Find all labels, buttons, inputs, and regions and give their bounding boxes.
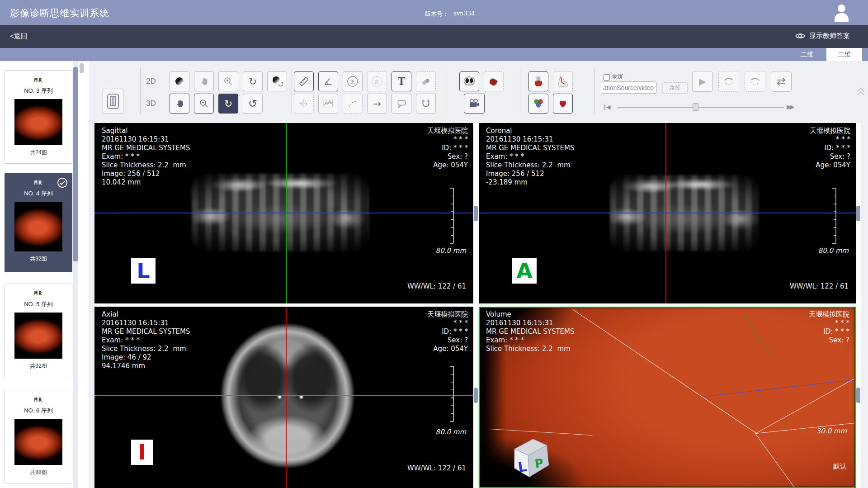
window-level-reset-button[interactable] — [267, 71, 287, 91]
series-card-4[interactable]: MR NO. 4 序列 共92图 — [5, 173, 72, 272]
loop-forward-button[interactable] — [718, 71, 739, 92]
orientation-marker: L — [131, 258, 156, 284]
slider-step-start-icon[interactable]: ‖◀ — [603, 104, 611, 110]
scrollbar-handle[interactable] — [856, 206, 860, 221]
swap-direction-button[interactable]: ⇄ — [771, 71, 792, 92]
orientation-cube[interactable]: L P — [507, 435, 554, 480]
playback-slider-handle[interactable] — [693, 103, 698, 111]
organs-3d-icon — [533, 98, 544, 109]
app-window: 影像诊断思维实训系统 版本号： svn334 <返回 显示教师答案 二维 三维 … — [0, 0, 868, 488]
scale-label: 80.0 mm — [818, 246, 849, 255]
arrow-tool-button[interactable]: → — [367, 94, 387, 114]
pan-2d-button[interactable] — [194, 71, 214, 91]
organs-preset-button[interactable] — [528, 94, 548, 114]
zoom-2d-button[interactable] — [218, 71, 238, 91]
record-screen-label: 录屏 — [612, 72, 623, 81]
main-scrollbar-thumb[interactable] — [80, 63, 84, 73]
wwwl-label: WW/WL: 122 / 61 — [407, 464, 466, 473]
primary-circle-icon: 主 — [346, 75, 359, 88]
scale-ruler — [450, 187, 456, 244]
cobb-angle-tool-button[interactable] — [416, 94, 436, 114]
eraser-tool-button[interactable] — [416, 71, 436, 91]
text-tool-button[interactable]: T — [392, 71, 411, 91]
series-name: NO. 6 序列 — [5, 407, 72, 415]
u-protractor-icon — [420, 98, 431, 109]
sidebar-scrollbar-thumb[interactable] — [73, 67, 78, 261]
tab-2d[interactable]: 二维 — [788, 48, 826, 61]
crosshair-horizontal[interactable] — [94, 395, 473, 396]
play-icon: ▶ — [699, 76, 706, 87]
viewport-coronal[interactable]: Coronal20161130 16:15:31MR GE MEDICAL SY… — [479, 123, 856, 303]
scrollbar-handle[interactable] — [856, 388, 860, 403]
label-icon — [396, 98, 407, 109]
rotate-reset-3d-button[interactable]: ↺ — [243, 94, 263, 114]
series-card-3[interactable]: MR NO. 3 序列 共24图 — [5, 70, 72, 164]
series-name: NO. 4 序列 — [5, 190, 72, 198]
collapse-toolbar-button[interactable] — [856, 86, 866, 97]
show-teacher-answer-button[interactable]: 显示教师答案 — [795, 32, 850, 40]
series-modality: MR — [5, 290, 72, 297]
heart-3d-icon — [557, 98, 568, 109]
pelvis-preset-button[interactable] — [484, 71, 504, 91]
secondary-tool-button[interactable]: 次 — [367, 71, 387, 91]
series-count: 共92图 — [5, 362, 72, 370]
play-button[interactable]: ▶ — [692, 71, 713, 92]
viewport-axial[interactable]: Axial20161130 16:15:31MR GE MEDICAL SYST… — [94, 307, 473, 488]
heart-preset-button[interactable] — [553, 94, 573, 114]
version-label: 版本号： — [425, 10, 448, 18]
viewport-volume[interactable]: Volume20161130 16:15:31MR GE MEDICAL SYS… — [479, 307, 856, 488]
arc-tool-button[interactable] — [343, 94, 363, 114]
scrollbar-handle[interactable] — [474, 206, 478, 221]
knee-preset-button[interactable] — [528, 71, 548, 91]
wwwl-label: WW/WL: 122 / 61 — [407, 282, 466, 291]
crosshair-tool-button[interactable] — [294, 94, 314, 114]
layout-tool-button[interactable] — [103, 89, 123, 114]
path-button[interactable]: 路径 — [662, 82, 688, 94]
main-scrollbar-track[interactable] — [80, 61, 84, 488]
zoom-in-icon — [223, 76, 233, 86]
series-thumbnail — [14, 99, 62, 145]
playback-slider-track[interactable] — [618, 107, 784, 108]
rotate-icon: ↻ — [224, 98, 232, 109]
back-button[interactable]: <返回 — [10, 32, 28, 41]
slider-fast-forward-icon[interactable]: ▶▶ — [787, 103, 793, 110]
volume-preset-label[interactable]: 默认 — [833, 462, 847, 471]
rotate-3d-button[interactable]: ↻ — [218, 94, 238, 114]
eraser-icon — [420, 76, 431, 87]
scrollbar-handle[interactable] — [474, 388, 478, 403]
knee-3d-icon — [533, 76, 544, 87]
loop-reverse-button[interactable] — [745, 71, 765, 92]
rotate-reset-icon: ↺ — [248, 97, 257, 110]
text-tool-glyph: T — [398, 75, 406, 88]
label-tool-button[interactable] — [392, 94, 411, 114]
spine-preset-button[interactable] — [553, 71, 573, 91]
record-screen-checkbox[interactable] — [604, 74, 610, 81]
series-card-6[interactable]: MR NO. 6 序列 共88图 — [5, 390, 72, 483]
viewport-sagittal[interactable]: Sagittal20161130 16:15:31MR GE MEDICAL S… — [94, 123, 473, 303]
ruler-tool-button[interactable] — [294, 71, 314, 91]
crosshair-vertical[interactable] — [286, 307, 287, 488]
app-title: 影像诊断思维实训系统 — [10, 7, 109, 19]
crosshair-horizontal[interactable] — [94, 213, 473, 213]
dicom-overlay-left: Coronal20161130 16:15:31MR GE MEDICAL SY… — [486, 127, 575, 187]
toolbar-separator — [520, 68, 520, 114]
primary-tool-button[interactable]: 主 — [343, 71, 363, 91]
record-camera-button[interactable] — [464, 94, 485, 114]
show-teacher-answer-label: 显示教师答案 — [809, 32, 850, 40]
crosshair-horizontal[interactable] — [479, 213, 856, 213]
scale-label: 80.0 mm — [436, 428, 466, 436]
angle-tool-button[interactable] — [318, 71, 338, 91]
crosshair-icon — [298, 98, 309, 109]
rotate-2d-button[interactable]: ↻ — [243, 71, 263, 91]
mpr-preset-button[interactable] — [459, 71, 479, 91]
user-avatar-icon[interactable] — [833, 5, 849, 22]
video-path-input[interactable] — [601, 81, 657, 94]
window-level-2d-button[interactable] — [170, 71, 189, 91]
zoom-3d-button[interactable] — [194, 94, 214, 114]
pan-3d-button[interactable] — [170, 94, 189, 114]
tab-3d[interactable]: 三维 — [826, 48, 862, 61]
hand-icon — [175, 99, 184, 109]
angle-icon — [323, 76, 334, 87]
series-card-5[interactable]: MR NO. 5 序列 共92图 — [5, 284, 72, 377]
curve-tool-button[interactable] — [318, 94, 338, 114]
